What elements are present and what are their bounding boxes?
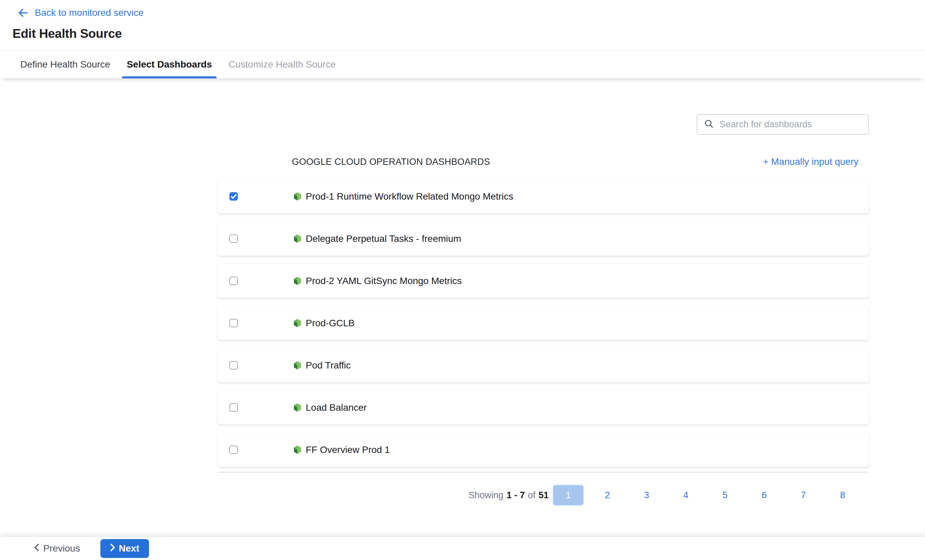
page-button[interactable]: 4: [683, 490, 688, 501]
row-checkbox[interactable]: [229, 192, 238, 201]
hexagon-icon: [293, 234, 302, 243]
section-header-row: GOOGLE CLOUD OPERATION DASHBOARDS + Manu…: [218, 153, 869, 171]
page-button[interactable]: 6: [761, 490, 767, 501]
dashboard-row[interactable]: Prod-GCLB: [218, 306, 869, 340]
tab-strip: Define Health Source Select Dashboards C…: [0, 50, 925, 78]
page-header: Back to monitored service Edit Health So…: [0, 0, 925, 41]
hexagon-icon: [293, 403, 302, 412]
page-cell: 2: [588, 485, 627, 506]
page-button[interactable]: 2: [605, 490, 610, 501]
next-button[interactable]: Next: [100, 539, 149, 558]
previous-label: Previous: [43, 543, 80, 554]
arrow-left-icon: [17, 8, 29, 18]
page-title: Edit Health Source: [12, 27, 925, 41]
tab-define-health-source[interactable]: Define Health Source: [20, 51, 110, 78]
showing-of: of: [528, 490, 535, 501]
showing-prefix: Showing: [469, 490, 504, 501]
row-label: FF Overview Prod 1: [306, 444, 390, 455]
back-link[interactable]: Back to monitored service: [17, 8, 143, 18]
row-checkbox[interactable]: [229, 403, 238, 412]
page-cell: 1: [548, 485, 588, 506]
dashboard-list: Prod-1 Runtime Workflow Related Mongo Me…: [218, 179, 869, 467]
chevron-right-icon: [110, 543, 116, 554]
page-cell: 3: [627, 485, 666, 506]
page-button[interactable]: 7: [801, 490, 806, 501]
search-icon: [704, 119, 714, 130]
row-label: Prod-GCLB: [306, 318, 355, 329]
page-button[interactable]: 5: [722, 490, 728, 501]
pagination: Showing 1 - 7 of 51 1 2 3 4 5 6 7: [218, 485, 869, 506]
content-area: GOOGLE CLOUD OPERATION DASHBOARDS + Manu…: [0, 81, 925, 522]
back-link-label: Back to monitored service: [35, 8, 143, 18]
pagination-divider: [218, 472, 869, 473]
manually-input-query-link[interactable]: + Manually input query: [763, 157, 859, 167]
row-checkbox[interactable]: [229, 277, 238, 285]
page-cell: 4: [666, 485, 705, 506]
dashboard-row[interactable]: Prod-2 YAML GitSync Mongo Metrics: [218, 264, 869, 298]
hexagon-icon: [293, 192, 302, 201]
hexagon-icon: [293, 276, 302, 285]
hexagon-icon: [293, 445, 302, 454]
page-cell: 8: [823, 485, 862, 506]
showing-range: 1 - 7: [506, 490, 525, 501]
chevron-left-icon: [34, 543, 39, 554]
next-label: Next: [119, 543, 140, 554]
hexagon-icon: [293, 361, 302, 370]
page-button[interactable]: 1: [553, 485, 584, 506]
dashboard-row[interactable]: FF Overview Prod 1: [218, 433, 869, 467]
section-title: GOOGLE CLOUD OPERATION DASHBOARDS: [292, 157, 490, 167]
row-checkbox[interactable]: [229, 446, 238, 454]
page-cell: 6: [744, 485, 784, 506]
footer-bar: Previous Next: [0, 537, 925, 560]
previous-button[interactable]: Previous: [34, 543, 80, 554]
row-label: Pod Traffic: [306, 360, 351, 371]
page-cell: 5: [705, 485, 744, 506]
row-label: Delegate Perpetual Tasks - freemium: [306, 233, 461, 244]
search-input[interactable]: [720, 119, 862, 130]
row-label: Prod-1 Runtime Workflow Related Mongo Me…: [306, 191, 513, 202]
page-button[interactable]: 3: [644, 490, 649, 501]
row-label: Prod-2 YAML GitSync Mongo Metrics: [306, 275, 462, 286]
row-checkbox[interactable]: [229, 361, 238, 369]
dashboard-row[interactable]: Delegate Perpetual Tasks - freemium: [218, 221, 869, 256]
dashboard-row[interactable]: Prod-1 Runtime Workflow Related Mongo Me…: [218, 179, 869, 214]
check-icon: [231, 194, 237, 199]
tab-customize-health-source[interactable]: Customize Health Source: [228, 51, 336, 78]
tab-select-dashboards[interactable]: Select Dashboards: [127, 51, 212, 78]
showing-total: 51: [538, 490, 548, 501]
dashboard-row[interactable]: Load Balancer: [218, 390, 869, 425]
row-checkbox[interactable]: [229, 319, 238, 327]
page-cell: 7: [784, 485, 823, 506]
pagination-pages: 1 2 3 4 5 6 7 8: [548, 485, 862, 506]
dashboard-row[interactable]: Pod Traffic: [218, 348, 869, 382]
search-box: [697, 114, 869, 135]
hexagon-icon: [293, 319, 302, 328]
row-checkbox[interactable]: [229, 235, 238, 243]
row-label: Load Balancer: [306, 402, 367, 413]
pagination-summary: Showing 1 - 7 of 51: [469, 490, 548, 501]
page-button[interactable]: 8: [840, 490, 845, 501]
